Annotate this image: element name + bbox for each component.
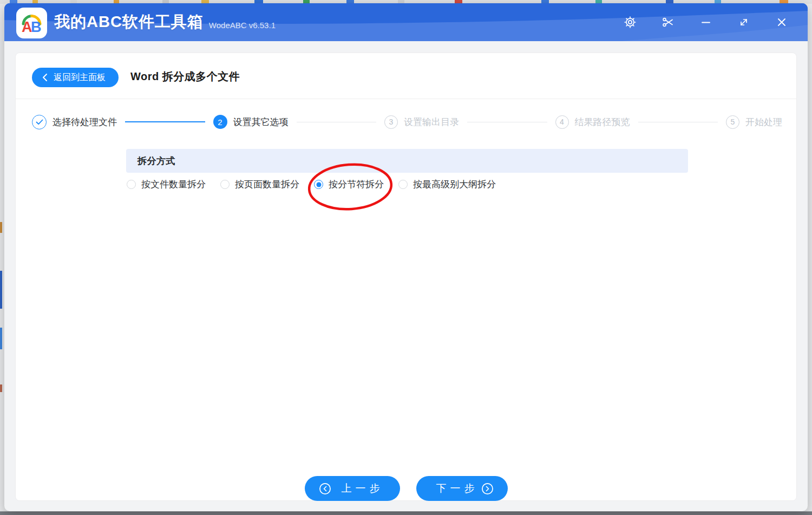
close-icon[interactable] xyxy=(770,10,794,34)
step-4-number: 4 xyxy=(555,115,569,129)
step-1-select-files: 选择待处理文件 xyxy=(32,115,117,129)
step-2-label: 设置其它选项 xyxy=(233,116,289,128)
minimize-icon[interactable] xyxy=(694,10,718,34)
desktop-background-artifacts-left xyxy=(0,222,2,449)
radio-circle-checked xyxy=(314,180,323,189)
settings-gear-icon[interactable] xyxy=(618,10,642,34)
split-method-options: 按文件数量拆分 按页面数量拆分 按分节符拆分 按最高级别大纲拆分 xyxy=(127,178,496,191)
radio-circle xyxy=(220,180,230,189)
step-2-number: 2 xyxy=(213,115,227,129)
back-button-label: 返回到主面板 xyxy=(54,72,106,83)
step-connector xyxy=(297,122,377,122)
card-header: 返回到主面板 Word 拆分成多个文件 xyxy=(16,53,796,99)
radio-circle xyxy=(127,180,136,189)
step-5-start-processing: 5 开始处理 xyxy=(726,115,782,129)
wizard-navigation: 上一步 下一步 xyxy=(16,476,796,501)
back-to-dashboard-button[interactable]: 返回到主面板 xyxy=(32,68,119,87)
circle-chevron-left-icon xyxy=(319,483,331,495)
svg-text:B: B xyxy=(31,19,42,35)
step-3-number: 3 xyxy=(384,115,398,129)
radio-split-by-page-count[interactable]: 按页面数量拆分 xyxy=(220,178,299,191)
radio-split-by-top-outline-level[interactable]: 按最高级别大纲拆分 xyxy=(398,178,496,191)
page-title: Word 拆分成多个文件 xyxy=(130,69,240,84)
taskbar-edge xyxy=(0,511,812,515)
step-connector xyxy=(125,121,205,122)
radio-circle xyxy=(398,180,408,189)
step-indicator: 选择待处理文件 2 设置其它选项 3 设置输出目录 4 结果路径预览 5 开始处… xyxy=(32,114,782,130)
next-step-button[interactable]: 下一步 xyxy=(416,476,508,501)
app-version: WodeABC v6.53.1 xyxy=(209,21,276,30)
radio-split-by-file-count[interactable]: 按文件数量拆分 xyxy=(127,178,206,191)
app-title: 我的ABC软件工具箱 xyxy=(54,11,204,33)
step-5-number: 5 xyxy=(726,115,739,129)
radio-split-by-section-break[interactable]: 按分节符拆分 xyxy=(314,178,384,191)
chevron-left-icon xyxy=(42,73,48,82)
step-4-label: 结果路径预览 xyxy=(575,116,630,128)
app-logo: A B xyxy=(16,8,47,38)
step-connector xyxy=(467,122,547,122)
step-2-other-options: 2 设置其它选项 xyxy=(213,115,289,129)
circle-chevron-right-icon xyxy=(481,483,494,495)
step-1-label: 选择待处理文件 xyxy=(53,116,117,128)
step-3-label: 设置输出目录 xyxy=(404,116,459,128)
scissors-icon[interactable] xyxy=(656,10,680,34)
step-1-check-icon xyxy=(32,115,47,129)
step-connector xyxy=(638,122,718,122)
step-4-result-preview: 4 结果路径预览 xyxy=(555,115,630,129)
step-5-label: 开始处理 xyxy=(745,116,782,128)
step-3-output-dir: 3 设置输出目录 xyxy=(384,115,459,129)
split-method-title: 拆分方式 xyxy=(137,155,175,167)
app-window: A B 我的ABC软件工具箱 WodeABC v6.53.1 xyxy=(4,3,808,511)
maximize-icon[interactable] xyxy=(732,10,756,34)
split-method-section-header: 拆分方式 xyxy=(126,149,688,173)
main-card: 返回到主面板 Word 拆分成多个文件 选择待处理文件 2 设置其它选项 3 设… xyxy=(15,53,797,501)
previous-step-button[interactable]: 上一步 xyxy=(305,476,400,501)
titlebar: A B 我的ABC软件工具箱 WodeABC v6.53.1 xyxy=(4,3,808,41)
